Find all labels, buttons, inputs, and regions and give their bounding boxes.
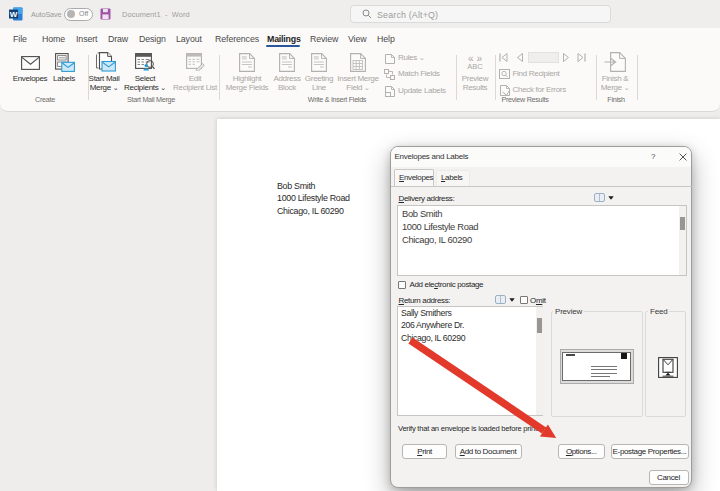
svg-text:W: W xyxy=(10,10,18,19)
